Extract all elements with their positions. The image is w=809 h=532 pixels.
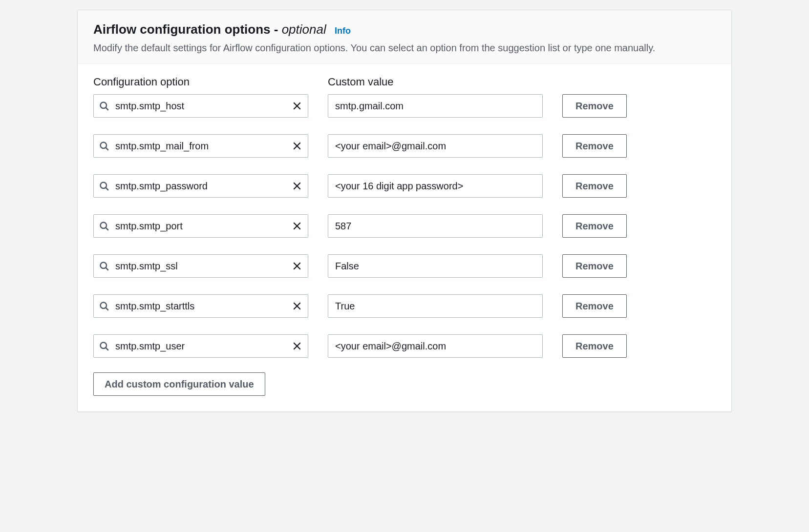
column-headers: Configuration option Custom value [93,76,716,88]
remove-button[interactable]: Remove [562,254,627,278]
value-input-wrap [328,174,543,198]
value-input-wrap [328,254,543,278]
remove-button[interactable]: Remove [562,134,627,158]
clear-icon[interactable] [292,101,302,111]
option-input[interactable] [93,214,308,238]
config-row: Remove [93,254,716,278]
value-input[interactable] [328,174,543,198]
option-input[interactable] [93,174,308,198]
option-input-wrap [93,134,308,158]
option-input[interactable] [93,94,308,118]
value-input[interactable] [328,94,543,118]
title-sep: - [271,22,282,37]
option-input-wrap [93,214,308,238]
value-input[interactable] [328,134,543,158]
option-input[interactable] [93,134,308,158]
value-input-wrap [328,334,543,358]
value-input-wrap [328,214,543,238]
value-input[interactable] [328,334,543,358]
clear-icon[interactable] [292,341,302,351]
remove-button[interactable]: Remove [562,94,627,118]
value-input-wrap [328,94,543,118]
column-header-option: Configuration option [93,76,308,88]
title-optional: optional [282,22,326,37]
config-row: Remove [93,334,716,358]
remove-button[interactable]: Remove [562,334,627,358]
option-input[interactable] [93,294,308,318]
panel-body: Configuration option Custom value [78,64,731,411]
clear-icon[interactable] [292,301,302,311]
column-header-value: Custom value [328,76,543,88]
clear-icon[interactable] [292,261,302,271]
value-input-wrap [328,294,543,318]
clear-icon[interactable] [292,141,302,151]
option-input[interactable] [93,254,308,278]
config-row: Remove [93,94,716,118]
remove-button[interactable]: Remove [562,174,627,198]
add-config-button[interactable]: Add custom configuration value [93,372,265,396]
info-link[interactable]: Info [335,26,351,36]
clear-icon[interactable] [292,221,302,231]
option-input-wrap [93,94,308,118]
value-input[interactable] [328,294,543,318]
value-input[interactable] [328,254,543,278]
config-row: Remove [93,214,716,238]
panel-description: Modify the default settings for Airflow … [93,41,716,55]
config-row: Remove [93,134,716,158]
config-row: Remove [93,174,716,198]
title-main: Airflow configuration options [93,22,271,37]
option-input-wrap [93,174,308,198]
option-input-wrap [93,334,308,358]
remove-button[interactable]: Remove [562,294,627,318]
clear-icon[interactable] [292,181,302,191]
config-row: Remove [93,294,716,318]
option-input-wrap [93,254,308,278]
value-input[interactable] [328,214,543,238]
remove-button[interactable]: Remove [562,214,627,238]
config-panel: Airflow configuration options - optional… [77,10,732,412]
option-input[interactable] [93,334,308,358]
panel-title: Airflow configuration options - optional [93,22,330,37]
value-input-wrap [328,134,543,158]
option-input-wrap [93,294,308,318]
panel-header: Airflow configuration options - optional… [78,10,731,64]
